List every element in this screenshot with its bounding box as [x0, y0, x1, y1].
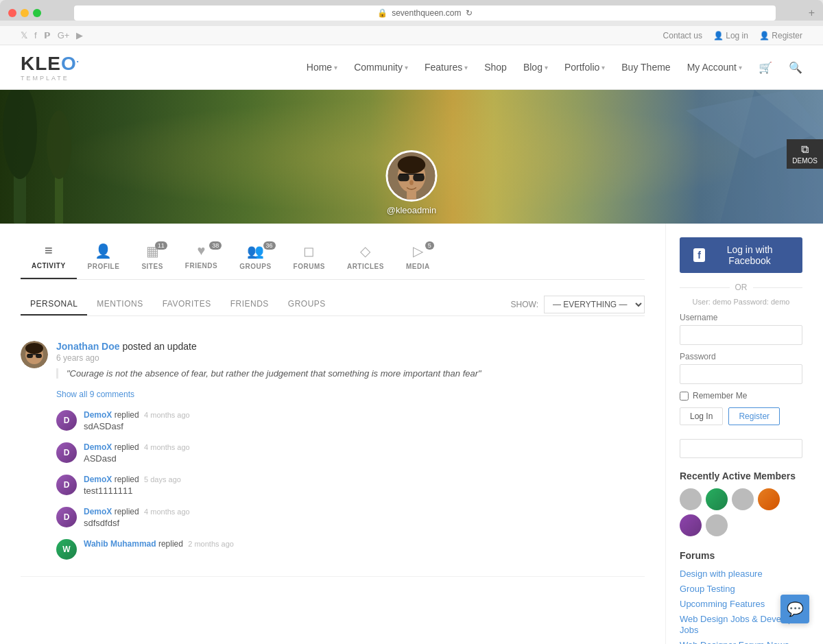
forum-link-1[interactable]: Design with pleasure: [680, 569, 763, 579]
forum-link-3[interactable]: Upcomming Features: [680, 599, 765, 609]
member-avatar-5[interactable]: [680, 514, 702, 536]
show-all-comments[interactable]: Show all 9 comments: [56, 390, 134, 399]
comment-time-2: 4 months ago: [144, 443, 190, 451]
tab-forums[interactable]: ◻ FORUMS: [283, 237, 336, 278]
member-avatar-3[interactable]: [732, 488, 754, 510]
activity-time: 6 years ago: [56, 353, 645, 363]
nav-portfolio[interactable]: Portfolio ▾: [564, 62, 605, 73]
comment-user-link-2[interactable]: DemoX: [84, 442, 112, 452]
tab-groups[interactable]: 36 👥 GROUPS: [228, 237, 282, 278]
youtube-icon[interactable]: ▶: [76, 30, 83, 40]
svg-rect-9: [413, 174, 425, 181]
maximize-button[interactable]: [33, 9, 41, 17]
tab-media[interactable]: 5 ▷ MEDIA: [395, 237, 441, 278]
nav-my-account[interactable]: My Account ▾: [687, 62, 742, 73]
tab-articles[interactable]: ◇ ARTICLES: [336, 237, 395, 278]
comment-time-4: 4 months ago: [144, 508, 190, 516]
fb-login-label: Log in with Facebook: [711, 244, 789, 266]
filter-friends[interactable]: FRIENDS: [221, 294, 278, 315]
show-filter: SHOW: — EVERYTHING —: [511, 296, 645, 313]
demo-note: User: demo Password: demo: [680, 298, 802, 306]
tab-friends[interactable]: 38 ♥ FRIENDS: [174, 237, 228, 278]
comment-item-2: D DemoX replied 4 months ago ASDasd: [56, 437, 645, 469]
comment-user-link-1[interactable]: DemoX: [84, 410, 112, 420]
comment-item-4: D DemoX replied 4 months ago sdfsdfdsf: [56, 501, 645, 534]
comment-header-4: DemoX replied 4 months ago: [84, 507, 645, 516]
hero-profile: @kleoadmin: [386, 150, 438, 224]
chat-button[interactable]: 💬: [780, 595, 809, 623]
auth-buttons: Log In Register: [680, 407, 802, 425]
activity-user-link[interactable]: Jonathan Doe: [56, 341, 120, 352]
member-avatar-1[interactable]: [680, 488, 702, 510]
pinterest-icon[interactable]: 𝗣: [44, 30, 51, 40]
filter-groups[interactable]: GROUPS: [278, 294, 335, 315]
tab-profile[interactable]: 👤 PROFILE: [77, 237, 131, 278]
search-icon[interactable]: 🔍: [789, 61, 802, 74]
twitter-icon[interactable]: 𝕏: [21, 30, 27, 40]
main-navigation: KLEO• TEMPLATE Home ▾ Community ▾ Featur…: [0, 45, 823, 90]
filter-personal[interactable]: PERSONAL: [21, 294, 87, 315]
tab-activity[interactable]: ≡ ACTIVITY: [21, 237, 77, 279]
home-dropdown-arrow: ▾: [334, 64, 337, 71]
activity-avatar-jonathan[interactable]: [21, 341, 48, 368]
comment-item-3: D DemoX replied 5 days ago test1111111: [56, 469, 645, 501]
comment-item: D DemoX replied 4 months ago sdASDasf: [56, 405, 645, 437]
show-dropdown[interactable]: — EVERYTHING —: [544, 296, 645, 313]
username-input[interactable]: [680, 325, 802, 345]
member-avatar-6[interactable]: [706, 514, 728, 536]
nav-home[interactable]: Home ▾: [307, 62, 337, 73]
register-icon: 👤: [759, 31, 770, 40]
blog-dropdown-arrow: ▾: [545, 64, 548, 71]
comments-section: D DemoX replied 4 months ago sdASDasf: [56, 405, 645, 565]
comment-body-1: DemoX replied 4 months ago sdASDasf: [84, 410, 645, 431]
activity-quote: "Courage is not the absence of fear, but…: [56, 368, 645, 379]
sidebar-search-input[interactable]: [680, 439, 802, 458]
top-bar: 𝕏 f 𝗣 G+ ▶ Contact us 👤 Log in 👤 Registe…: [0, 26, 823, 45]
facebook-icon[interactable]: f: [34, 30, 37, 40]
cart-icon[interactable]: 🛒: [759, 61, 772, 74]
nav-buy-theme[interactable]: Buy Theme: [621, 62, 670, 73]
tab-sites[interactable]: 11 ▦ SITES: [130, 237, 174, 278]
demos-badge[interactable]: ⧉ DEMOS: [787, 139, 823, 169]
password-label: Password: [680, 352, 802, 361]
site-logo[interactable]: KLEO• TEMPLATE: [21, 53, 80, 82]
forum-link-5[interactable]: Web Designer Forum News: [680, 640, 789, 644]
log-in-link[interactable]: 👤 Log in: [713, 31, 748, 40]
nav-links: Home ▾ Community ▾ Features ▾ Shop Blog …: [307, 61, 802, 74]
activity-header: Jonathan Doe posted an update 6 years ag…: [56, 341, 645, 363]
facebook-login-button[interactable]: f Log in with Facebook: [680, 237, 802, 273]
remember-me-row: Remember Me: [680, 391, 802, 401]
nav-community[interactable]: Community ▾: [354, 62, 408, 73]
nav-blog[interactable]: Blog ▾: [523, 62, 548, 73]
contact-us-link[interactable]: Contact us: [663, 31, 702, 40]
filter-mentions[interactable]: MENTIONS: [87, 294, 152, 315]
demox-avatar-3: D: [56, 475, 77, 495]
forum-link-2[interactable]: Group Testing: [680, 584, 735, 594]
community-dropdown-arrow: ▾: [405, 64, 408, 71]
filter-favorites[interactable]: FAVORITES: [153, 294, 221, 315]
nav-shop[interactable]: Shop: [484, 62, 507, 73]
register-button[interactable]: Register: [728, 407, 780, 425]
nav-features[interactable]: Features ▾: [425, 62, 468, 73]
comment-user-link-3[interactable]: DemoX: [84, 475, 112, 484]
close-button[interactable]: [8, 9, 16, 17]
password-input[interactable]: [680, 364, 802, 384]
minimize-button[interactable]: [21, 9, 29, 17]
address-bar[interactable]: 🔒 seventhqueen.com ↻: [74, 5, 776, 21]
svg-point-1: [3, 90, 37, 179]
profile-avatar[interactable]: [386, 150, 438, 202]
main-content: ≡ ACTIVITY 👤 PROFILE 11 ▦ SITES 38 ♥ FRI…: [21, 224, 665, 644]
new-tab-button[interactable]: +: [809, 7, 815, 19]
member-avatar-2[interactable]: [706, 488, 728, 510]
comment-action-3: replied: [115, 475, 139, 484]
comment-user-link-4[interactable]: DemoX: [84, 507, 112, 516]
member-avatar-4[interactable]: [758, 488, 780, 510]
demos-badge-label: DEMOS: [792, 157, 818, 165]
comment-item-5: W Wahib Muhammad replied 2 months ago: [56, 534, 645, 565]
login-button[interactable]: Log In: [680, 407, 723, 425]
remember-me-checkbox[interactable]: [680, 392, 689, 401]
register-link[interactable]: 👤 Register: [759, 31, 802, 40]
google-plus-icon[interactable]: G+: [58, 30, 70, 40]
comment-user-link-5[interactable]: Wahib Muhammad: [84, 539, 156, 549]
refresh-icon[interactable]: ↻: [466, 8, 473, 18]
